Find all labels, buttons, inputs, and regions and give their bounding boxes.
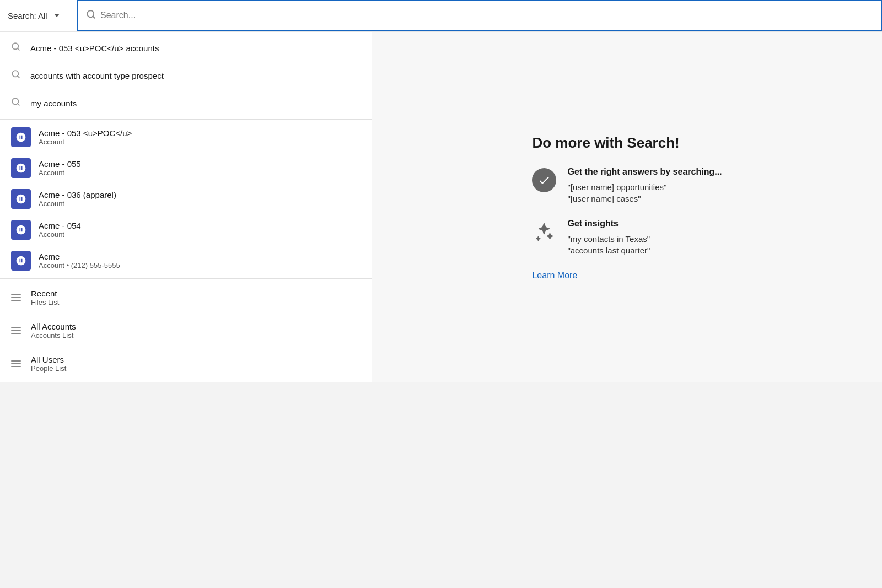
list-item[interactable]: Recent Files List [0,281,372,314]
record-type: Account [39,199,116,208]
list-name: Recent [31,289,59,298]
tip-example-2b: "accounts last quarter" [567,246,650,255]
record-item[interactable]: Acme - 054 Account [0,214,372,245]
learn-more-link[interactable]: Learn More [532,271,722,280]
list-type: Accounts List [31,331,76,339]
list-name: All Users [31,355,66,364]
list-info: All Users People List [31,355,66,373]
tip-text-1: Get the right answers by searching... "[… [567,167,722,203]
account-icon [11,189,31,209]
record-name: Acme - 053 <u>POC</u> [39,128,132,138]
svg-line-1 [93,16,94,18]
record-type: Account [39,230,81,239]
svg-line-3 [18,48,19,50]
suggestion-text: Acme - 053 <u>POC</u> accounts [30,44,159,53]
tip-heading-2: Get insights [567,219,650,229]
list-icon [11,360,21,367]
list-info: Recent Files List [31,289,59,306]
list-type: People List [31,364,66,373]
suggestion-item[interactable]: my accounts [0,89,372,117]
search-icon [11,97,20,109]
search-input[interactable] [100,10,873,20]
record-item[interactable]: Acme - 036 (apparel) Account [0,184,372,214]
record-name: Acme [39,252,120,261]
dropdown-panel: Acme - 053 <u>POC</u> accounts accounts … [0,31,882,382]
record-item[interactable]: Acme - 055 Account [0,153,372,184]
search-type-selector[interactable]: Search: All [0,0,77,31]
right-panel-title: Do more with Search! [532,134,722,152]
tip-block-2: Get insights "my contacts in Texas" "acc… [532,219,722,255]
search-type-label: Search: All [8,11,47,20]
tip-text-2: Get insights "my contacts in Texas" "acc… [567,219,650,255]
record-info: Acme - 036 (apparel) Account [39,190,116,208]
tip-example-1b: "[user name] cases" [567,194,722,203]
record-name: Acme - 054 [39,221,81,230]
search-icon [86,9,96,22]
search-icon [11,69,20,82]
suggestions-section: Acme - 053 <u>POC</u> accounts accounts … [0,32,372,120]
list-info: All Accounts Accounts List [31,322,76,339]
account-icon [11,158,31,178]
account-icon [11,220,31,240]
record-name: Acme - 055 [39,159,81,169]
record-item[interactable]: Acme Account • (212) 555-5555 [0,245,372,276]
account-icon [11,251,31,271]
right-column: Do more with Search! Get the right answe… [372,32,882,382]
record-type: Account [39,169,81,177]
suggestion-text: my accounts [30,99,77,108]
record-info: Acme Account • (212) 555-5555 [39,252,120,269]
record-name: Acme - 036 (apparel) [39,190,116,199]
list-type: Files List [31,298,59,306]
search-input-wrapper [77,0,882,31]
tip-example-2a: "my contacts in Texas" [567,234,650,244]
right-content: Do more with Search! Get the right answe… [532,134,722,280]
suggestion-text: accounts with account type prospect [30,71,164,80]
list-item[interactable]: All Users People List [0,347,372,380]
search-bar: Search: All [0,0,882,31]
suggestion-item[interactable]: accounts with account type prospect [0,62,372,89]
tip-heading-1: Get the right answers by searching... [567,167,722,177]
record-type: Account • (212) 555-5555 [39,261,120,269]
tip-example-1a: "[user name] opportunities" [567,182,722,192]
checkmark-icon [532,168,556,192]
record-item[interactable]: Acme - 053 <u>POC</u> Account [0,122,372,153]
record-info: Acme - 054 Account [39,221,81,239]
account-icon [11,127,31,147]
svg-line-5 [18,76,19,78]
left-column: Acme - 053 <u>POC</u> accounts accounts … [0,32,372,382]
record-info: Acme - 053 <u>POC</u> Account [39,128,132,146]
record-info: Acme - 055 Account [39,159,81,177]
list-item[interactable]: All Accounts Accounts List [0,314,372,347]
list-icon [11,294,21,301]
list-name: All Accounts [31,322,76,331]
records-section: Acme - 053 <u>POC</u> Account Acme - 055… [0,120,372,279]
suggestion-item[interactable]: Acme - 053 <u>POC</u> accounts [0,34,372,62]
svg-line-7 [18,104,19,105]
sparkle-icon [532,220,556,244]
list-icon [11,327,21,334]
record-type: Account [39,138,132,146]
search-icon [11,42,20,54]
chevron-down-icon [54,14,60,17]
list-section: Recent Files List All Accounts Accounts … [0,279,372,382]
tip-block-1: Get the right answers by searching... "[… [532,167,722,203]
